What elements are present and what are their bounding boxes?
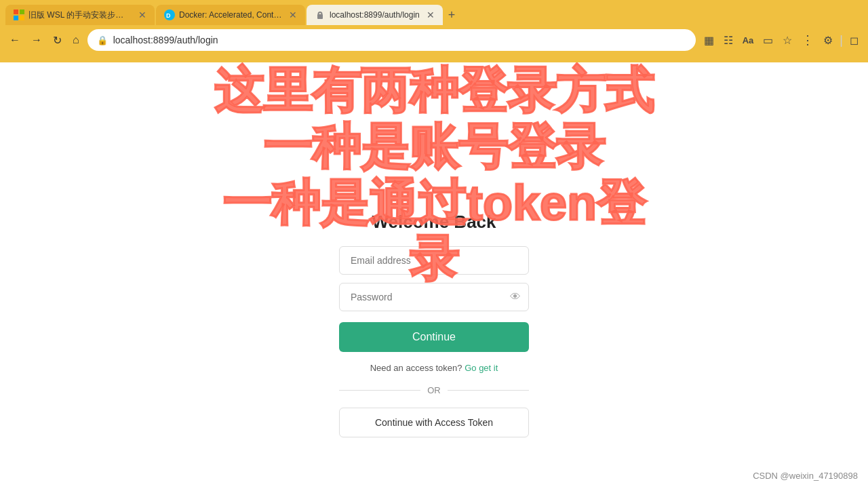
annotation-line1: 这里有两种登录方式	[203, 62, 665, 119]
tab-wsl-label: 旧版 WSL 的手动安装步骤 | Micr...	[28, 9, 132, 21]
msft-favicon-icon	[14, 9, 24, 20]
email-input[interactable]	[339, 246, 529, 275]
browser-menu-icon[interactable]: ⋮	[799, 30, 816, 50]
new-tab-button[interactable]: +	[444, 7, 460, 24]
tab-groups-icon[interactable]: ▭	[760, 31, 776, 50]
toggle-password-icon[interactable]: 👁	[510, 291, 521, 303]
or-line-right	[448, 390, 529, 391]
svg-text:D: D	[166, 12, 171, 19]
password-input[interactable]	[339, 283, 529, 311]
tab-login[interactable]: localhost:8899/auth/login ✕	[307, 5, 443, 25]
svg-rect-0	[14, 9, 18, 14]
or-divider: OR	[339, 385, 529, 395]
tab-login-label: localhost:8899/auth/login	[330, 10, 420, 20]
tab-wsl[interactable]: 旧版 WSL 的手动安装步骤 | Micr... ✕	[5, 5, 155, 25]
docker-favicon-icon: D	[164, 9, 175, 20]
access-token-hint: Need an access token? Go get it	[339, 363, 529, 373]
address-bar[interactable]: 🔒 localhost:8899/auth/login	[87, 29, 696, 51]
csdn-watermark: CSDN @weixin_47190898	[753, 471, 858, 481]
or-line-left	[339, 390, 420, 391]
tab-docker-label: Docker: Accelerated, Containeriz...	[179, 10, 282, 20]
password-wrapper: 👁	[339, 283, 529, 311]
extensions-icon[interactable]: ◻	[847, 31, 861, 50]
svg-rect-2	[14, 16, 18, 20]
reload-button[interactable]: ↻	[50, 31, 64, 50]
browser-actions: ▦ ☷ Aa ▭ ☆ ⋮ ⚙ | ◻	[701, 30, 861, 50]
welcome-title: Welcome Back	[372, 212, 496, 233]
login-section: Welcome Back 👁 Continue Need an access t…	[0, 212, 868, 437]
tab-docker[interactable]: D Docker: Accelerated, Containeriz... ✕	[156, 5, 305, 25]
tab-docker-close[interactable]: ✕	[289, 9, 297, 20]
tab-bar: 旧版 WSL 的手动安装步骤 | Micr... ✕ D Docker: Acc…	[0, 0, 868, 26]
svg-rect-1	[20, 9, 24, 14]
favorites-icon[interactable]: ☆	[780, 31, 795, 50]
reading-mode-icon[interactable]: ☷	[721, 31, 736, 50]
address-text: localhost:8899/auth/login	[113, 35, 686, 45]
form-container: 👁 Continue Need an access token? Go get …	[339, 246, 529, 437]
get-it-link[interactable]: Go get it	[465, 363, 498, 373]
svg-rect-7	[319, 12, 322, 16]
settings-icon[interactable]: ⚙	[821, 31, 835, 50]
svg-rect-3	[20, 16, 24, 20]
browser-chrome: 旧版 WSL 的手动安装步骤 | Micr... ✕ D Docker: Acc…	[0, 0, 868, 62]
access-token-button[interactable]: Continue with Access Token	[339, 408, 529, 437]
home-button[interactable]: ⌂	[70, 31, 82, 49]
lock-icon: 🔒	[97, 35, 108, 45]
forward-button[interactable]: →	[28, 31, 45, 49]
tab-login-close[interactable]: ✕	[427, 9, 435, 20]
tab-wsl-close[interactable]: ✕	[138, 9, 146, 20]
aa-icon[interactable]: Aa	[740, 33, 757, 48]
page-content: 这里有两种登录方式 一种是账号登录 一种是通过token登录 Welcome B…	[0, 62, 868, 491]
lock-favicon-icon	[315, 9, 326, 20]
split-screen-icon[interactable]: ▦	[701, 31, 717, 50]
annotation-line2: 一种是账号登录	[203, 119, 665, 175]
back-button[interactable]: ←	[7, 31, 23, 49]
or-text: OR	[427, 385, 441, 395]
continue-button[interactable]: Continue	[339, 322, 529, 352]
address-bar-row: ← → ↻ ⌂ 🔒 localhost:8899/auth/login ▦ ☷ …	[0, 26, 868, 54]
access-token-hint-text: Need an access token?	[370, 363, 462, 373]
